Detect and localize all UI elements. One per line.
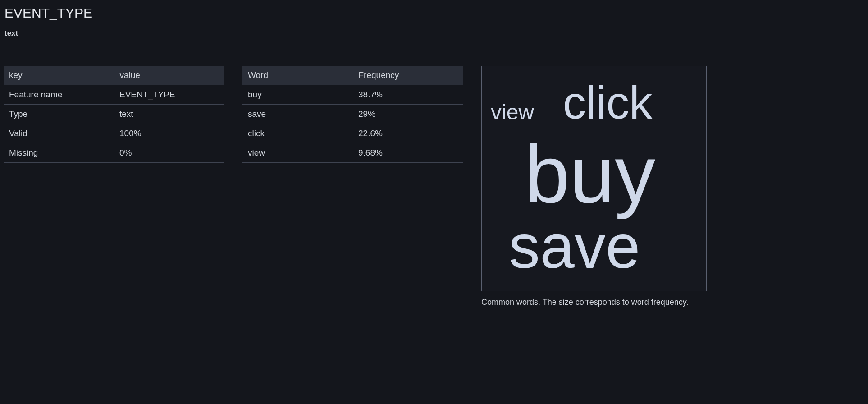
feature-detail-panel: EVENT_TYPE text key value Feature name E… bbox=[0, 0, 868, 311]
page-title: EVENT_TYPE bbox=[5, 5, 864, 21]
cell-key: Missing bbox=[4, 143, 114, 163]
cell-key: Type bbox=[4, 105, 114, 124]
table-row: Valid 100% bbox=[4, 124, 224, 143]
table-row: view 9.68% bbox=[242, 143, 463, 163]
cell-value: text bbox=[114, 105, 224, 124]
col-word: Word bbox=[242, 66, 353, 85]
cell-value: 100% bbox=[114, 124, 224, 143]
word-frequency-table: Word Frequency buy 38.7% save 29% click … bbox=[242, 66, 463, 163]
table-row: Type text bbox=[4, 105, 224, 124]
feature-summary-table: key value Feature name EVENT_TYPE Type t… bbox=[4, 66, 224, 163]
table-row: Feature name EVENT_TYPE bbox=[4, 85, 224, 105]
table-row: buy 38.7% bbox=[242, 85, 463, 105]
table-row: Missing 0% bbox=[4, 143, 224, 163]
col-value: value bbox=[114, 66, 224, 85]
cell-freq: 22.6% bbox=[353, 124, 463, 143]
wordcloud-caption: Common words. The size corresponds to wo… bbox=[481, 298, 707, 307]
table-row: click 22.6% bbox=[242, 124, 463, 143]
cell-key: Valid bbox=[4, 124, 114, 143]
col-key: key bbox=[4, 66, 114, 85]
wordcloud-word: save bbox=[509, 215, 640, 277]
table-row: save 29% bbox=[242, 105, 463, 124]
wordcloud-word: view bbox=[491, 101, 534, 123]
cell-word: view bbox=[242, 143, 353, 163]
wordcloud-word: click bbox=[563, 80, 652, 126]
cell-freq: 38.7% bbox=[353, 85, 463, 105]
wordcloud-word: buy bbox=[525, 134, 655, 215]
cell-freq: 9.68% bbox=[353, 143, 463, 163]
cell-value: EVENT_TYPE bbox=[114, 85, 224, 105]
col-frequency: Frequency bbox=[353, 66, 463, 85]
cell-word: click bbox=[242, 124, 353, 143]
table-header-row: Word Frequency bbox=[242, 66, 463, 85]
wordcloud-panel: viewclickbuysave Common words. The size … bbox=[481, 66, 707, 307]
feature-type-label: text bbox=[5, 29, 864, 38]
table-header-row: key value bbox=[4, 66, 224, 85]
cell-key: Feature name bbox=[4, 85, 114, 105]
cell-value: 0% bbox=[114, 143, 224, 163]
cell-word: buy bbox=[242, 85, 353, 105]
cell-word: save bbox=[242, 105, 353, 124]
cell-freq: 29% bbox=[353, 105, 463, 124]
content-columns: key value Feature name EVENT_TYPE Type t… bbox=[4, 66, 864, 307]
wordcloud-chart: viewclickbuysave bbox=[481, 66, 707, 291]
